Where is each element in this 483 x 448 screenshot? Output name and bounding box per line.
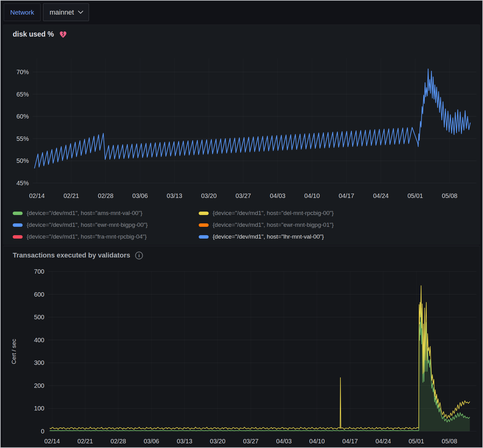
legend-color-marker <box>13 235 23 239</box>
legend-color-marker <box>13 223 23 227</box>
x-tick-label: 04/17 <box>339 192 354 199</box>
x-tick-label: 03/13 <box>177 438 192 445</box>
x-tick-label: 03/06 <box>132 192 148 199</box>
network-label-text: Network <box>10 9 34 16</box>
x-tick-label: 02/28 <box>111 438 126 445</box>
transactions-chart[interactable]: 010020030040050060070002/1402/2102/2803/… <box>3 260 480 446</box>
x-tick-label: 04/03 <box>270 192 286 199</box>
legend-item-ams-mnt-val-00[interactable]: {device="/dev/md1", host="ams-mnt-val-00… <box>13 210 199 217</box>
disk-used-legend: {device="/dev/md1", host="ams-mnt-val-00… <box>3 206 480 240</box>
network-variable-dropdown[interactable]: mainnet <box>43 3 89 21</box>
legend-item-label: {device="/dev/md1", host="lhr-mnt-val-00… <box>213 233 324 240</box>
disk-used-line-lhr-mnt-val-00 <box>34 69 470 168</box>
legend-item-label: {device="/dev/md1", host="ewr-mnt-bigpg-… <box>27 222 148 228</box>
x-tick-label: 05/08 <box>442 438 457 445</box>
x-tick-label: 04/24 <box>375 438 391 445</box>
x-tick-label: 04/10 <box>309 438 325 445</box>
legend-item-lhr-mnt-val-00[interactable]: {device="/dev/md1", host="lhr-mnt-val-00… <box>199 233 480 240</box>
x-tick-label: 03/20 <box>201 192 217 199</box>
transactions-panel-header: Transactions executed by validators i <box>3 246 480 260</box>
legend-item-label: {device="/dev/md1", host="ewr-mnt-bigpg-… <box>213 222 334 228</box>
legend-item-del-mnt-rpcbig-00[interactable]: {device="/dev/md1", host="del-mnt-rpcbig… <box>199 210 480 217</box>
legend-item-ewr-mnt-bigpg-01[interactable]: {device="/dev/md1", host="ewr-mnt-bigpg-… <box>199 222 480 228</box>
disk-used-panel: disk used % 45%50%55%60%65%70%02/1402/21… <box>3 25 480 245</box>
disk-used-chart[interactable]: 45%50%55%60%65%70%02/1402/2102/2803/0603… <box>3 38 480 206</box>
legend-item-label: {device="/dev/md1", host="fra-mnt-rpcbig… <box>27 233 147 240</box>
legend-item-ewr-mnt-bigpg-00[interactable]: {device="/dev/md1", host="ewr-mnt-bigpg-… <box>13 222 199 228</box>
y-tick-label: 300 <box>34 359 44 366</box>
transactions-line-validators-yellow <box>50 286 470 430</box>
disk-used-panel-header: disk used % <box>3 25 480 38</box>
legend-color-marker <box>199 223 209 227</box>
chevron-down-icon <box>78 8 83 14</box>
transactions-panel: Transactions executed by validators i 01… <box>3 246 480 447</box>
variable-bar: Network mainnet <box>1 1 482 22</box>
legend-item-label: {device="/dev/md1", host="del-mnt-rpcbig… <box>213 210 334 217</box>
y-tick-label: 0 <box>41 428 44 435</box>
legend-item-fra-mnt-rpcbig-04[interactable]: {device="/dev/md1", host="fra-mnt-rpcbig… <box>13 233 199 240</box>
series-area-fill-validators-green <box>50 308 470 431</box>
y-tick-label: 200 <box>34 382 44 389</box>
y-axis-title: Cert / sec <box>11 339 17 364</box>
x-tick-label: 05/01 <box>409 438 424 445</box>
x-tick-label: 03/27 <box>236 192 251 199</box>
y-tick-label: 400 <box>34 337 44 343</box>
y-tick-label: 700 <box>34 268 44 275</box>
legend-color-marker <box>13 212 23 215</box>
y-tick-label: 65% <box>16 91 29 98</box>
x-tick-label: 03/27 <box>243 438 259 445</box>
disk-used-panel-title[interactable]: disk used % <box>13 30 54 38</box>
y-tick-label: 100 <box>34 405 44 412</box>
y-tick-label: 600 <box>34 291 44 298</box>
x-tick-label: 03/06 <box>144 438 159 445</box>
x-tick-label: 05/08 <box>442 192 457 199</box>
network-value-text: mainnet <box>50 8 74 16</box>
y-tick-label: 500 <box>34 314 44 320</box>
network-variable-label: Network <box>4 3 41 21</box>
x-tick-label: 02/14 <box>29 192 45 199</box>
x-tick-label: 03/13 <box>167 192 182 199</box>
y-tick-label: 70% <box>16 69 29 75</box>
grafana-dashboard: Network mainnet disk used % 45%50%55%60%… <box>0 0 483 448</box>
x-tick-label: 04/24 <box>373 192 388 199</box>
x-tick-label: 04/10 <box>304 192 320 199</box>
x-tick-label: 02/14 <box>44 438 60 445</box>
transactions-panel-title[interactable]: Transactions executed by validators <box>13 251 130 259</box>
x-tick-label: 02/21 <box>78 438 93 445</box>
transactions-line-validators-green <box>50 308 470 431</box>
broken-heart-icon <box>59 30 67 39</box>
x-tick-label: 02/21 <box>64 192 79 199</box>
x-tick-label: 05/01 <box>407 192 423 199</box>
legend-color-marker <box>199 212 209 215</box>
y-tick-label: 50% <box>16 157 29 164</box>
x-tick-label: 04/03 <box>276 438 292 445</box>
y-tick-label: 45% <box>16 180 29 186</box>
info-icon[interactable]: i <box>135 252 143 259</box>
y-tick-label: 60% <box>16 113 29 120</box>
x-tick-label: 04/17 <box>342 438 358 445</box>
y-tick-label: 55% <box>16 135 29 142</box>
x-tick-label: 02/28 <box>98 192 113 199</box>
x-tick-label: 03/20 <box>210 438 225 445</box>
legend-item-label: {device="/dev/md1", host="ams-mnt-val-00… <box>27 210 142 217</box>
legend-color-marker <box>199 235 209 239</box>
